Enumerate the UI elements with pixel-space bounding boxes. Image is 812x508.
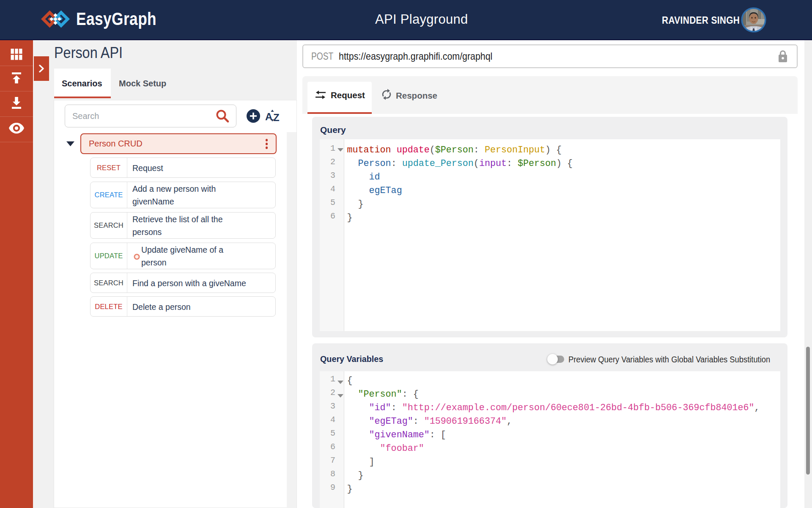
svg-text:Z: Z xyxy=(273,112,280,123)
svg-text:A: A xyxy=(265,111,272,122)
